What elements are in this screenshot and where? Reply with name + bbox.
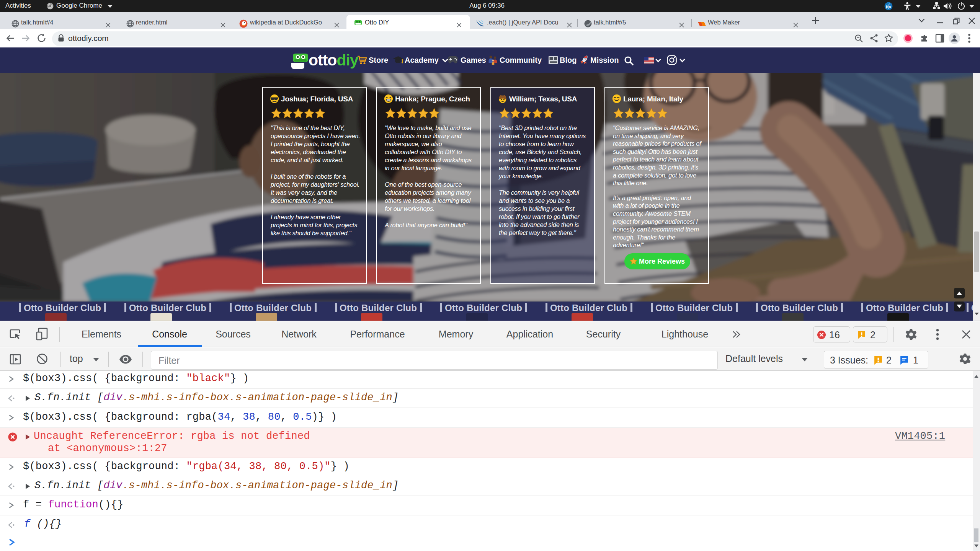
- svg-text:hp: hp: [886, 4, 891, 9]
